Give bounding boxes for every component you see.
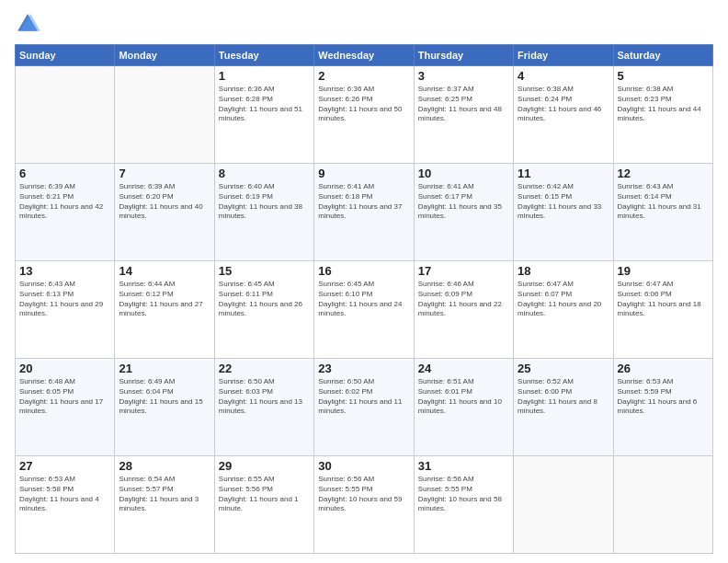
sunset-text: Sunset: 6:21 PM: [19, 192, 110, 202]
calendar-cell: 20Sunrise: 6:48 AMSunset: 6:05 PMDayligh…: [16, 359, 115, 456]
day-number: 5: [618, 69, 709, 83]
calendar-cell: 6Sunrise: 6:39 AMSunset: 6:21 PMDaylight…: [16, 164, 115, 261]
sunrise-text: Sunrise: 6:43 AM: [618, 182, 709, 192]
sunrise-text: Sunrise: 6:54 AM: [119, 475, 210, 485]
calendar-cell: [115, 66, 214, 164]
calendar-week-row: 1Sunrise: 6:36 AMSunset: 6:28 PMDaylight…: [16, 66, 713, 164]
sunrise-text: Sunrise: 6:49 AM: [119, 377, 210, 387]
daylight-hours: Daylight: 11 hours and 13 minutes.: [219, 397, 310, 418]
sunrise-text: Sunrise: 6:44 AM: [119, 280, 210, 290]
sunrise-text: Sunrise: 6:45 AM: [318, 280, 409, 290]
sunset-text: Sunset: 5:55 PM: [418, 485, 509, 495]
calendar-cell: 18Sunrise: 6:47 AMSunset: 6:07 PMDayligh…: [514, 261, 613, 359]
daylight-hours: Daylight: 11 hours and 15 minutes.: [119, 397, 210, 418]
daylight-hours: Daylight: 11 hours and 44 minutes.: [618, 105, 709, 125]
day-number: 29: [219, 459, 310, 473]
weekday-header-thursday: Thursday: [414, 45, 513, 66]
calendar-cell: 7Sunrise: 6:39 AMSunset: 6:20 PMDaylight…: [115, 164, 214, 261]
weekday-header-sunday: Sunday: [16, 45, 115, 66]
sunset-text: Sunset: 6:25 PM: [418, 95, 509, 105]
sunset-text: Sunset: 6:06 PM: [618, 290, 709, 300]
header: [15, 11, 713, 37]
day-number: 12: [618, 167, 709, 180]
sunrise-text: Sunrise: 6:53 AM: [19, 475, 110, 485]
sunset-text: Sunset: 6:17 PM: [418, 192, 509, 202]
day-number: 28: [119, 459, 210, 473]
day-number: 20: [19, 362, 110, 375]
calendar-cell: 14Sunrise: 6:44 AMSunset: 6:12 PMDayligh…: [115, 261, 214, 359]
day-number: 21: [119, 362, 210, 375]
day-number: 18: [518, 264, 609, 278]
day-number: 16: [318, 264, 409, 278]
calendar-cell: 16Sunrise: 6:45 AMSunset: 6:10 PMDayligh…: [314, 261, 414, 359]
calendar-cell: 12Sunrise: 6:43 AMSunset: 6:14 PMDayligh…: [613, 164, 712, 261]
sunrise-text: Sunrise: 6:50 AM: [219, 377, 310, 387]
day-number: 30: [318, 459, 409, 473]
day-number: 23: [318, 362, 409, 375]
sunrise-text: Sunrise: 6:56 AM: [418, 475, 509, 485]
sunset-text: Sunset: 5:59 PM: [618, 387, 709, 397]
sunset-text: Sunset: 6:11 PM: [219, 290, 310, 300]
sunset-text: Sunset: 6:00 PM: [518, 387, 609, 397]
daylight-hours: Daylight: 10 hours and 59 minutes.: [318, 495, 409, 515]
sunrise-text: Sunrise: 6:37 AM: [418, 85, 509, 95]
calendar-cell: 21Sunrise: 6:49 AMSunset: 6:04 PMDayligh…: [115, 359, 214, 456]
calendar-week-row: 20Sunrise: 6:48 AMSunset: 6:05 PMDayligh…: [16, 359, 713, 456]
sunrise-text: Sunrise: 6:40 AM: [219, 182, 310, 192]
day-number: 10: [418, 167, 509, 180]
day-number: 26: [618, 362, 709, 375]
sunrise-text: Sunrise: 6:42 AM: [518, 182, 609, 192]
sunrise-text: Sunrise: 6:39 AM: [19, 182, 110, 192]
daylight-hours: Daylight: 11 hours and 20 minutes.: [518, 300, 609, 320]
day-number: 8: [219, 167, 310, 180]
calendar-cell: 11Sunrise: 6:42 AMSunset: 6:15 PMDayligh…: [514, 164, 613, 261]
sunrise-text: Sunrise: 6:46 AM: [418, 280, 509, 290]
calendar-cell: [613, 456, 712, 554]
sunset-text: Sunset: 6:12 PM: [119, 290, 210, 300]
sunrise-text: Sunrise: 6:53 AM: [618, 377, 709, 387]
weekday-header-saturday: Saturday: [613, 45, 712, 66]
sunrise-text: Sunrise: 6:50 AM: [318, 377, 409, 387]
calendar-cell: 24Sunrise: 6:51 AMSunset: 6:01 PMDayligh…: [414, 359, 513, 456]
sunrise-text: Sunrise: 6:45 AM: [219, 280, 310, 290]
daylight-hours: Daylight: 11 hours and 6 minutes.: [618, 397, 709, 418]
calendar-cell: 17Sunrise: 6:46 AMSunset: 6:09 PMDayligh…: [414, 261, 513, 359]
sunset-text: Sunset: 5:57 PM: [119, 485, 210, 495]
calendar-cell: 23Sunrise: 6:50 AMSunset: 6:02 PMDayligh…: [314, 359, 414, 456]
sunset-text: Sunset: 6:14 PM: [618, 192, 709, 202]
daylight-hours: Daylight: 11 hours and 1 minute.: [219, 495, 310, 515]
daylight-hours: Daylight: 11 hours and 29 minutes.: [19, 300, 110, 320]
day-number: 19: [618, 264, 709, 278]
sunset-text: Sunset: 5:56 PM: [219, 485, 310, 495]
sunset-text: Sunset: 6:04 PM: [119, 387, 210, 397]
weekday-header-monday: Monday: [115, 45, 214, 66]
calendar-table: SundayMondayTuesdayWednesdayThursdayFrid…: [15, 44, 713, 554]
calendar-cell: 1Sunrise: 6:36 AMSunset: 6:28 PMDaylight…: [214, 66, 313, 164]
day-number: 31: [418, 459, 509, 473]
calendar-cell: 2Sunrise: 6:36 AMSunset: 6:26 PMDaylight…: [314, 66, 414, 164]
day-number: 9: [318, 167, 409, 180]
calendar-cell: 31Sunrise: 6:56 AMSunset: 5:55 PMDayligh…: [414, 456, 513, 554]
daylight-hours: Daylight: 11 hours and 48 minutes.: [418, 105, 509, 125]
day-number: 1: [219, 69, 310, 83]
calendar-cell: 30Sunrise: 6:56 AMSunset: 5:55 PMDayligh…: [314, 456, 414, 554]
calendar-cell: 3Sunrise: 6:37 AMSunset: 6:25 PMDaylight…: [414, 66, 513, 164]
day-number: 11: [518, 167, 609, 180]
sunrise-text: Sunrise: 6:55 AM: [219, 475, 310, 485]
calendar-cell: 9Sunrise: 6:41 AMSunset: 6:18 PMDaylight…: [314, 164, 414, 261]
daylight-hours: Daylight: 11 hours and 26 minutes.: [219, 300, 310, 320]
daylight-hours: Daylight: 11 hours and 35 minutes.: [418, 202, 509, 223]
sunrise-text: Sunrise: 6:51 AM: [418, 377, 509, 387]
calendar-cell: 29Sunrise: 6:55 AMSunset: 5:56 PMDayligh…: [214, 456, 313, 554]
sunset-text: Sunset: 6:23 PM: [618, 95, 709, 105]
daylight-hours: Daylight: 11 hours and 38 minutes.: [219, 202, 310, 223]
daylight-hours: Daylight: 11 hours and 31 minutes.: [618, 202, 709, 223]
calendar-cell: 13Sunrise: 6:43 AMSunset: 6:13 PMDayligh…: [16, 261, 115, 359]
day-number: 4: [518, 69, 609, 83]
sunset-text: Sunset: 6:07 PM: [518, 290, 609, 300]
sunset-text: Sunset: 5:58 PM: [19, 485, 110, 495]
weekday-header-row: SundayMondayTuesdayWednesdayThursdayFrid…: [16, 45, 713, 66]
daylight-hours: Daylight: 11 hours and 11 minutes.: [318, 397, 409, 418]
calendar-cell: 15Sunrise: 6:45 AMSunset: 6:11 PMDayligh…: [214, 261, 313, 359]
weekday-header-wednesday: Wednesday: [314, 45, 414, 66]
